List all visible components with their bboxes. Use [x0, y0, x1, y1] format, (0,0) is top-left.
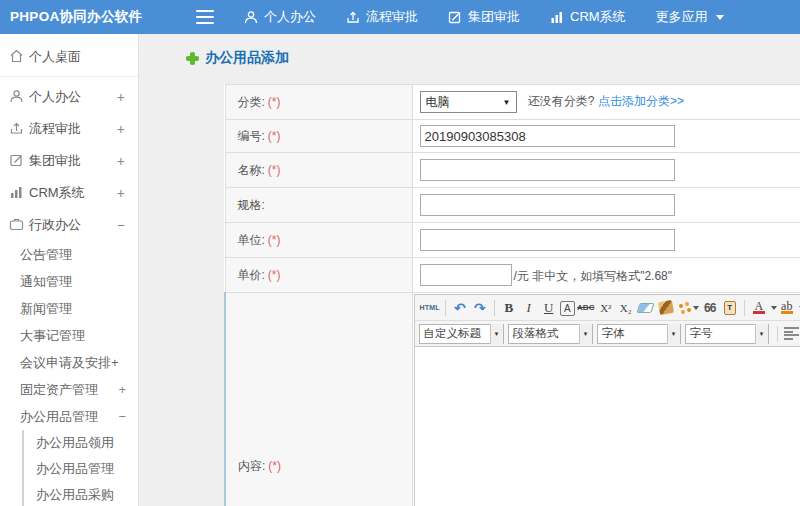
strikethrough-button[interactable]: ABC — [577, 298, 595, 318]
bar-chart-icon — [550, 10, 564, 24]
paste-text-button[interactable] — [721, 298, 739, 318]
edit-icon — [448, 10, 462, 24]
color-swatch — [781, 311, 793, 314]
caret-down-icon — [771, 306, 777, 310]
sidebar-item-personal-office[interactable]: 个人办公 + — [0, 81, 138, 113]
nav-more-apps[interactable]: 更多应用 — [656, 8, 724, 26]
required-mark: (*) — [268, 268, 281, 282]
nav-personal-office[interactable]: 个人办公 — [244, 8, 316, 26]
sidebar-item-supplies-manage[interactable]: 办公用品管理 — [24, 456, 138, 482]
sidebar-item-notice-mgmt[interactable]: 通知管理 — [0, 268, 138, 295]
nav-group-approval[interactable]: 集团审批 — [448, 8, 520, 26]
nav-workflow-approval[interactable]: 流程审批 — [346, 8, 418, 26]
bg-color-button[interactable]: ab — [778, 298, 796, 318]
eraser-button[interactable] — [637, 298, 655, 318]
paragraph-format-select[interactable]: 段落格式 — [508, 324, 593, 344]
sidebar-item-group-approval[interactable]: 集团审批 + — [0, 145, 138, 177]
caret-down-icon — [693, 306, 699, 310]
subscript-button[interactable]: X₂ — [617, 298, 635, 318]
expand-toggle[interactable]: + — [117, 121, 125, 137]
sidebar-item-supplies-requisition[interactable]: 办公用品领用 — [24, 430, 138, 456]
form-row-code: 编号:(*) — [225, 120, 800, 153]
spec-input[interactable] — [420, 194, 675, 216]
font-size-select[interactable]: 字号 — [685, 324, 769, 344]
briefcase-icon — [9, 217, 24, 234]
add-plus-icon — [186, 52, 199, 65]
custom-title-select[interactable]: 自定义标题 — [419, 324, 504, 344]
bold-button[interactable]: B — [500, 298, 518, 318]
upload-icon — [346, 10, 360, 24]
caret-down-icon — [490, 324, 503, 344]
expand-toggle[interactable]: + — [117, 89, 125, 105]
sidebar-item-supplies-purchase[interactable]: 办公用品采购 — [24, 482, 138, 506]
admin-office-submenu: 公告管理 通知管理 新闻管理 大事记管理 会议申请及安排+ 固定资产管理+ 办公… — [0, 241, 138, 506]
supply-add-form: 分类:(*) 电脑 还没有分类? 点击添加分类>> 编号:(*) 名称:(*) … — [224, 84, 800, 506]
home-icon — [9, 49, 24, 66]
field-label: 编号: — [238, 129, 265, 143]
sidebar-item-admin-office[interactable]: 行政办公 − — [0, 209, 138, 241]
person-icon — [244, 10, 258, 24]
unit-input[interactable] — [420, 229, 675, 251]
person-icon — [9, 89, 24, 106]
required-mark: (*) — [268, 163, 281, 177]
required-mark: (*) — [268, 233, 281, 247]
paste-text-icon — [724, 301, 736, 315]
hamburger-menu-icon[interactable] — [196, 10, 214, 24]
required-mark: (*) — [268, 459, 281, 473]
sidebar-item-office-supplies-mgmt[interactable]: 办公用品管理− — [0, 403, 138, 430]
sidebar-item-news-mgmt[interactable]: 新闻管理 — [0, 295, 138, 322]
italic-button[interactable]: I — [520, 298, 538, 318]
upload-icon — [9, 121, 24, 138]
sidebar-item-crm-system[interactable]: CRM系统 + — [0, 177, 138, 209]
html-source-button[interactable]: HTML — [420, 298, 440, 318]
clear-format-button[interactable] — [657, 298, 675, 318]
price-suffix: /元 非中文，如填写格式"2.68" — [514, 269, 673, 283]
name-input[interactable] — [420, 159, 675, 181]
page-title: 办公用品添加 — [186, 49, 289, 67]
undo-button[interactable] — [451, 298, 469, 318]
divider — [0, 76, 138, 77]
superscript-button[interactable]: X² — [597, 298, 615, 318]
required-mark: (*) — [268, 129, 281, 143]
eraser-icon — [637, 303, 655, 313]
expand-toggle[interactable]: + — [117, 185, 125, 201]
underline-button[interactable]: U — [540, 298, 558, 318]
form-row-spec: 规格: — [225, 188, 800, 223]
category-select[interactable]: 电脑 — [420, 91, 517, 113]
sidebar-item-fixed-assets-mgmt[interactable]: 固定资产管理+ — [0, 376, 138, 403]
sidebar-item-personal-desktop[interactable]: 个人桌面 — [0, 41, 138, 73]
blockquote-button[interactable]: 66 — [701, 298, 719, 318]
sidebar-item-events-mgmt[interactable]: 大事记管理 — [0, 322, 138, 349]
app-brand: PHPOA协同办公软件 — [10, 0, 142, 34]
top-navigation: 个人办公 流程审批 集团审批 CRM系统 更多应用 — [196, 0, 724, 34]
expand-toggle[interactable]: − — [118, 403, 126, 430]
align-left-button[interactable] — [783, 324, 800, 344]
add-category-link[interactable]: 点击添加分类>> — [598, 94, 684, 108]
nav-crm-system[interactable]: CRM系统 — [550, 8, 626, 26]
expand-toggle[interactable]: + — [117, 153, 125, 169]
field-label: 单位: — [238, 233, 265, 247]
caret-down-icon — [755, 324, 768, 344]
font-family-select[interactable]: 字体 — [597, 324, 681, 344]
expand-toggle[interactable]: + — [118, 376, 126, 403]
sidebar: 个人桌面 个人办公 + 流程审批 + 集团审批 + CRM系统 + 行政办公 − — [0, 34, 139, 506]
form-row-content: 内容:(*) HTML B I U A ABC — [225, 293, 800, 506]
sparkle-icon — [677, 301, 691, 314]
price-input[interactable] — [420, 264, 512, 286]
sidebar-item-meeting-request[interactable]: 会议申请及安排+ — [0, 349, 138, 376]
font-color-button[interactable]: A — [750, 298, 768, 318]
redo-button[interactable] — [471, 298, 489, 318]
form-row-category: 分类:(*) 电脑 还没有分类? 点击添加分类>> — [225, 85, 800, 120]
bar-chart-icon — [9, 185, 24, 202]
form-row-unit: 单位:(*) — [225, 223, 800, 258]
sidebar-item-workflow-approval[interactable]: 流程审批 + — [0, 113, 138, 145]
expand-toggle[interactable]: − — [117, 217, 125, 233]
char-border-button[interactable]: A — [560, 301, 575, 316]
rich-text-editor: HTML B I U A ABC X² X₂ — [414, 294, 800, 506]
editor-content-area[interactable] — [415, 347, 800, 506]
field-label: 内容: — [238, 459, 265, 473]
editor-toolbar-row1: HTML B I U A ABC X² X₂ — [415, 295, 800, 321]
sidebar-item-announcement-mgmt[interactable]: 公告管理 — [0, 241, 138, 268]
code-input[interactable] — [420, 125, 675, 147]
auto-format-button[interactable] — [677, 298, 699, 318]
